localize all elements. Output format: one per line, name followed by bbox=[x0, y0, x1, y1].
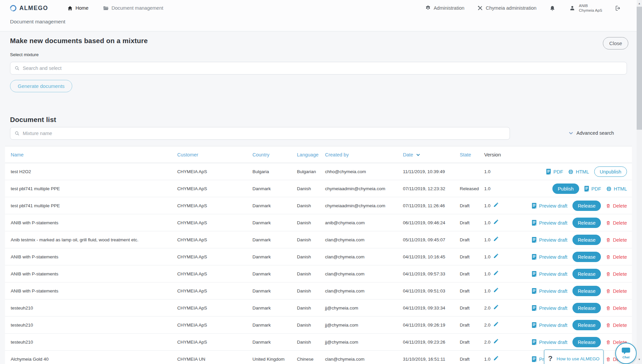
trash-icon bbox=[606, 271, 611, 277]
col-country[interactable]: Country bbox=[252, 146, 270, 163]
html-link[interactable]: HTML bbox=[606, 186, 627, 192]
table-row: testeuh210 CHYMEIA ApS Danmark Danish jj… bbox=[5, 299, 632, 317]
delete-link[interactable]: Delete bbox=[606, 237, 627, 243]
col-date[interactable]: Date bbox=[403, 146, 420, 163]
scrollbar-thumb[interactable] bbox=[637, 7, 642, 130]
edit-version-icon[interactable] bbox=[493, 355, 499, 362]
row-actions: Preview draft Release Delete bbox=[532, 265, 627, 282]
table-row: ANIB with P-statements CHYMEIA ApS Danma… bbox=[5, 248, 632, 265]
edit-version-icon[interactable] bbox=[493, 219, 499, 226]
cell-customer: CHYMEIA ApS bbox=[177, 248, 207, 265]
nav-chymeia-administration[interactable]: Chymeia administration bbox=[477, 5, 537, 11]
delete-link[interactable]: Delete bbox=[606, 271, 627, 277]
scroll-up-arrow[interactable]: ▲ bbox=[637, 1, 642, 6]
cell-date: 04/11/2019, 09:57:33 bbox=[403, 265, 445, 282]
edit-version-icon[interactable] bbox=[493, 202, 499, 209]
col-name[interactable]: Name bbox=[11, 146, 24, 163]
table-row: test H2O2 CHYMEIA ApS Bulgaria Bulgarian… bbox=[5, 163, 632, 180]
preview-draft-link[interactable]: Preview draft bbox=[532, 322, 567, 328]
preview-draft-link[interactable]: Preview draft bbox=[532, 237, 567, 243]
col-created-by[interactable]: Created by bbox=[325, 146, 349, 163]
chat-label: Chat bbox=[622, 355, 629, 359]
pdf-link[interactable]: PDF bbox=[584, 186, 601, 192]
cell-created-by: clan@chymeia.com bbox=[325, 231, 364, 248]
preview-draft-link[interactable]: Preview draft bbox=[532, 254, 567, 260]
edit-version-icon[interactable] bbox=[493, 338, 499, 345]
row-actions: Preview draft Release Delete bbox=[532, 299, 627, 317]
release-button[interactable]: Release bbox=[572, 337, 601, 347]
search-icon bbox=[14, 66, 20, 71]
cell-date: 05/11/2019, 09:45:07 bbox=[403, 231, 445, 248]
cell-customer: CHYMEIA ApS bbox=[177, 265, 207, 282]
delete-link[interactable]: Delete bbox=[606, 306, 627, 311]
release-button[interactable]: Release bbox=[572, 269, 601, 279]
cell-country: Danmark bbox=[252, 197, 271, 214]
breadcrumb[interactable]: Document management bbox=[103, 5, 164, 11]
cell-customer: CHYMEIA ApS bbox=[177, 282, 207, 299]
preview-draft-link[interactable]: Preview draft bbox=[532, 305, 567, 311]
edit-version-icon[interactable] bbox=[493, 321, 499, 328]
pdf-link[interactable]: PDF bbox=[546, 169, 563, 174]
document-icon bbox=[546, 169, 551, 174]
cell-language: Danish bbox=[297, 180, 311, 197]
advanced-search-toggle[interactable]: Advanced search bbox=[568, 130, 614, 136]
notifications-button[interactable] bbox=[549, 5, 556, 11]
unpublish-button[interactable]: Unpublish bbox=[594, 166, 627, 177]
release-button[interactable]: Release bbox=[572, 303, 601, 313]
user-menu[interactable]: ANIB Chymeia ApS bbox=[569, 3, 602, 13]
preview-draft-link[interactable]: Preview draft bbox=[532, 203, 567, 209]
preview-draft-link[interactable]: Preview draft bbox=[532, 271, 567, 277]
cell-country: Danmark bbox=[252, 334, 271, 351]
preview-draft-link[interactable]: Preview draft bbox=[532, 288, 567, 294]
delete-link[interactable]: Delete bbox=[606, 288, 627, 294]
cell-version: 2.0 bbox=[484, 317, 491, 334]
table-row: testeuh210 CHYMEIA ApS Danmark Danish jj… bbox=[5, 334, 632, 351]
how-to-use-label: How to use ALMEGO bbox=[557, 356, 600, 361]
trash-icon bbox=[606, 254, 611, 260]
preview-draft-link[interactable]: Preview draft bbox=[532, 339, 567, 345]
edit-version-icon[interactable] bbox=[493, 236, 499, 243]
cell-customer: CHYMEIA ApS bbox=[177, 334, 207, 351]
generate-documents-button[interactable]: Generate documents bbox=[10, 80, 72, 92]
col-language[interactable]: Language bbox=[297, 146, 319, 163]
release-button[interactable]: Release bbox=[572, 252, 601, 262]
close-button[interactable]: Close bbox=[603, 37, 628, 49]
nav-administration[interactable]: Administration bbox=[425, 5, 464, 11]
col-state[interactable]: State bbox=[460, 146, 471, 163]
mixture-search-input[interactable] bbox=[23, 66, 623, 71]
logout-button[interactable] bbox=[615, 5, 621, 11]
publish-button[interactable]: Publish bbox=[552, 184, 579, 194]
document-icon bbox=[532, 322, 537, 328]
release-button[interactable]: Release bbox=[572, 286, 601, 296]
scroll-down-arrow[interactable]: ▼ bbox=[637, 357, 642, 362]
globe-icon bbox=[568, 169, 573, 174]
html-link[interactable]: HTML bbox=[568, 169, 589, 174]
delete-link[interactable]: Delete bbox=[606, 254, 627, 260]
delete-link[interactable]: Delete bbox=[606, 323, 627, 328]
almego-logo-text: ALMEGO bbox=[19, 5, 48, 12]
edit-version-icon[interactable] bbox=[493, 253, 499, 260]
vertical-scrollbar[interactable]: ▲ ▼ bbox=[637, 0, 642, 364]
col-version: Version bbox=[484, 146, 501, 163]
edit-version-icon[interactable] bbox=[493, 304, 499, 311]
release-button[interactable]: Release bbox=[572, 218, 601, 228]
delete-link[interactable]: Delete bbox=[606, 220, 627, 226]
chat-button[interactable]: Chat bbox=[615, 343, 637, 364]
nav-home[interactable]: Home bbox=[67, 5, 89, 11]
search-icon bbox=[14, 131, 20, 136]
edit-version-icon[interactable] bbox=[493, 287, 499, 294]
new-documents-heading: Make new documents based on a mixture bbox=[10, 37, 148, 45]
name-search-input[interactable] bbox=[23, 131, 506, 136]
release-button[interactable]: Release bbox=[572, 320, 601, 330]
release-button[interactable]: Release bbox=[572, 201, 601, 211]
edit-version-icon[interactable] bbox=[493, 270, 499, 277]
document-icon bbox=[584, 186, 589, 192]
almego-logo[interactable]: ALMEGO bbox=[10, 5, 48, 12]
cell-version: 1.0 bbox=[484, 197, 491, 214]
release-button[interactable]: Release bbox=[572, 235, 601, 245]
col-customer[interactable]: Customer bbox=[177, 146, 198, 163]
delete-link[interactable]: Delete bbox=[606, 203, 627, 209]
how-to-use-button[interactable]: ? How to use ALMEGO bbox=[544, 350, 604, 364]
preview-draft-link[interactable]: Preview draft bbox=[532, 220, 567, 226]
user-name: ANIB bbox=[579, 4, 588, 8]
